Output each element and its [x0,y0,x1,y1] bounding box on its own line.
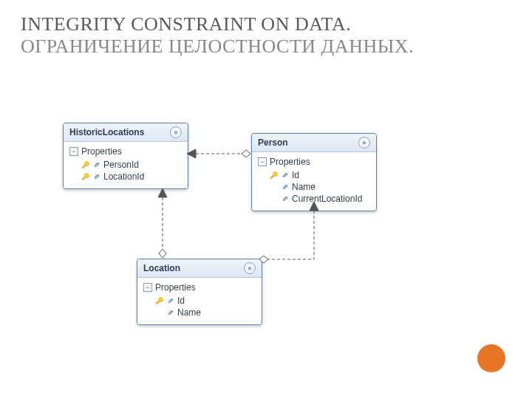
accent-dot [477,344,505,372]
diamond-icon [242,150,250,157]
property-name: Id [177,296,185,306]
section-text: Properties [270,157,310,167]
chevron-icon[interactable]: « [244,262,256,274]
er-diagram: HistoricLocations « − Properties 🔑 ✎ Per… [63,118,432,362]
list-item: ✎ Name [256,181,372,193]
property-name: PersonId [103,160,139,170]
list-item: 🔑 ✎ Id [256,169,372,181]
property-icon: ✎ [281,183,289,191]
connector-line [268,211,314,259]
title-area: INTEGRITY CONSTRAINT ON DATA. ОГРАНИЧЕНИ… [0,0,532,58]
property-icon: ✎ [92,161,100,168]
property-name: LocationId [103,171,144,182]
connector-historic-location [137,188,188,262]
diamond-icon [159,249,166,258]
list-item: 🔑 ✎ PersonId [68,159,183,171]
section-text: Properties [155,282,196,293]
connector-historic-person [187,140,253,170]
property-icon: ✎ [281,171,289,179]
entity-header: Person « [252,134,376,152]
section-text: Properties [81,146,122,157]
key-icon: 🔑 [81,173,89,180]
collapse-icon[interactable]: − [69,147,78,156]
collapse-icon[interactable]: − [258,157,267,166]
key-icon: 🔑 [81,161,89,168]
entity-title: Location [143,263,180,273]
property-icon: ✎ [92,173,100,180]
entity-body: − Properties 🔑 ✎ PersonId 🔑 ✎ LocationId [64,142,188,188]
list-item: ✎ CurrentLocationId [256,193,372,205]
section-label: − Properties [68,145,183,159]
title-line-2: ОГРАНИЧЕНИЕ ЦЕЛОСТНОСТИ ДАННЫХ. [21,35,511,58]
property-name: Name [177,307,201,318]
key-icon: 🔑 [155,297,163,304]
entity-body: − Properties 🔑 ✎ Id ✎ Name ✎ CurrentLoca… [252,152,376,211]
list-item: 🔑 ✎ LocationId [68,171,183,183]
entity-header: HistoricLocations « [64,123,188,142]
collapse-icon[interactable]: − [143,283,152,292]
entity-title: HistoricLocations [69,127,144,137]
list-item: 🔑 ✎ Id [142,295,257,307]
entity-person: Person « − Properties 🔑 ✎ Id ✎ Name ✎ Cu… [251,133,377,211]
title-line-1: INTEGRITY CONSTRAINT ON DATA. [21,13,511,35]
section-label: − Properties [142,281,257,295]
entity-body: − Properties 🔑 ✎ Id ✎ Name [137,278,262,324]
list-item: ✎ Name [142,307,257,318]
entity-historic-locations: HistoricLocations « − Properties 🔑 ✎ Per… [63,123,188,189]
section-label: − Properties [256,155,372,169]
property-name: Id [292,170,299,180]
property-icon: ✎ [281,195,289,202]
property-name: CurrentLocationId [292,194,362,204]
chevron-icon[interactable]: « [170,126,182,138]
key-icon: 🔑 [270,171,277,179]
entity-header: Location « [137,259,262,278]
entity-title: Person [258,137,288,148]
property-name: Name [292,182,316,192]
entity-location: Location « − Properties 🔑 ✎ Id ✎ Name [137,259,262,325]
property-icon: ✎ [166,297,174,304]
chevron-icon[interactable]: « [358,137,370,149]
arrowhead-icon [158,188,167,197]
property-icon: ✎ [166,309,174,316]
